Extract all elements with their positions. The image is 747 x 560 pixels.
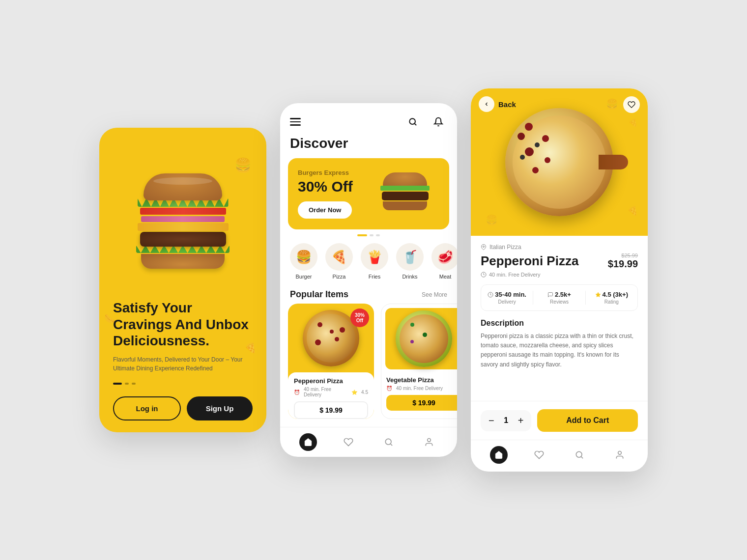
quantity-decrease-button[interactable]: − bbox=[488, 415, 494, 426]
category-fries-label: Fries bbox=[369, 274, 380, 280]
discover-screen: Discover Burgers Express 30% Off Order N… bbox=[280, 103, 457, 457]
pepperoni-4 bbox=[545, 157, 550, 163]
category-burger[interactable]: 🍔 Burger bbox=[290, 243, 317, 280]
screens-container: 🍔 🍕 🌭 Satisfy Your Cravings And Unbox De… bbox=[99, 88, 648, 472]
banner-dot-2 bbox=[370, 234, 374, 236]
veg-topping-3 bbox=[410, 340, 414, 343]
item-card-pepperoni[interactable]: 30% Off Pepperoni Pizza ⏰ 40 min. Free D… bbox=[288, 304, 374, 419]
discount-badge-1: 30% Off bbox=[350, 308, 369, 327]
mini-bun-bottom bbox=[383, 201, 427, 210]
quantity-increase-button[interactable]: + bbox=[518, 415, 524, 426]
stat-delivery-label: Delivery bbox=[498, 299, 516, 305]
nav-favorites-button[interactable] bbox=[340, 433, 357, 451]
pagination-dots bbox=[113, 383, 253, 385]
nav-home-detail[interactable] bbox=[490, 446, 508, 464]
hamburger-line-1 bbox=[290, 118, 301, 119]
signup-button[interactable]: Sign Up bbox=[187, 396, 253, 420]
wishlist-button[interactable] bbox=[623, 96, 640, 113]
large-pizza-image bbox=[505, 108, 613, 216]
category-pizza[interactable]: 🍕 Pizza bbox=[325, 243, 353, 280]
svg-point-0 bbox=[409, 118, 415, 124]
pepperoni-2 bbox=[542, 135, 549, 142]
back-circle-icon bbox=[479, 96, 494, 112]
item-name-vegetable: Vegetable Pizza bbox=[386, 376, 457, 384]
pepperoni-5 bbox=[517, 133, 525, 140]
description-text: Pepperoni pizza is a classic pizza with … bbox=[481, 332, 638, 369]
promo-banner[interactable]: Burgers Express 30% Off Order Now bbox=[288, 158, 449, 229]
svg-marker-6 bbox=[596, 292, 601, 297]
nav-profile-detail[interactable] bbox=[611, 446, 629, 464]
category-fries[interactable]: 🍟 Fries bbox=[361, 243, 388, 280]
banner-dot-1 bbox=[357, 234, 367, 236]
nav-profile-button[interactable] bbox=[420, 433, 438, 451]
onion-layer bbox=[141, 216, 225, 222]
star-icon: ⭐ bbox=[351, 390, 357, 395]
stat-delivery: 35-40 min. Delivery bbox=[481, 291, 533, 305]
topping-3 bbox=[315, 339, 321, 345]
item-image-pepperoni: 30% Off bbox=[288, 304, 374, 372]
review-icon bbox=[547, 292, 553, 298]
star-rating-icon bbox=[595, 292, 601, 298]
quantity-value: 1 bbox=[501, 416, 511, 425]
dot-1 bbox=[113, 383, 122, 385]
banner-discount: 30% Off bbox=[298, 178, 375, 195]
bun-bottom bbox=[141, 254, 225, 269]
mini-bun-top bbox=[383, 172, 427, 187]
bottom-nav-detail bbox=[471, 440, 648, 472]
svg-point-7 bbox=[576, 451, 582, 457]
veg-topping-2 bbox=[423, 333, 427, 337]
back-label: Back bbox=[498, 100, 516, 109]
stat-rating-value: 4.5 (3k+) bbox=[595, 291, 628, 298]
pizza-board bbox=[505, 108, 613, 216]
nav-search-button[interactable] bbox=[380, 433, 398, 451]
clock-icon: ⏰ bbox=[294, 390, 300, 395]
veg-topping-1 bbox=[410, 323, 414, 327]
banner-text: Burgers Express 30% Off Order Now bbox=[298, 169, 375, 219]
olive-1 bbox=[535, 142, 540, 147]
deco-hotdog-icon: 🌭 bbox=[104, 313, 115, 324]
item-card-vegetable[interactable]: Vegetable Pizza ⏰ 40 min. Free Delivery … bbox=[381, 304, 457, 419]
item-price-btn-pepperoni[interactable]: $ 19.99 bbox=[294, 401, 368, 419]
menu-button[interactable] bbox=[290, 118, 301, 126]
nav-search-detail[interactable] bbox=[571, 446, 588, 464]
nav-favorites-detail[interactable] bbox=[530, 446, 548, 464]
hamburger-line-2 bbox=[290, 121, 301, 123]
category-burger-icon: 🍔 bbox=[290, 243, 317, 271]
new-price: $19.99 bbox=[608, 258, 638, 270]
category-pizza-label: Pizza bbox=[333, 274, 346, 280]
nav-home-button[interactable] bbox=[299, 433, 317, 451]
item-price-btn-vegetable[interactable]: $ 19.99 bbox=[386, 395, 457, 411]
add-to-cart-button[interactable]: Add to Cart bbox=[537, 409, 638, 432]
deco-pizza-icon: 🍕 bbox=[244, 342, 257, 354]
category-meat-label: Meat bbox=[439, 274, 451, 280]
category-pizza-icon: 🍕 bbox=[325, 243, 353, 271]
delivery-text: 40 min. Free Delivery bbox=[489, 272, 541, 278]
item-info-pepperoni: Pepperoni Pizza ⏰ 40 min. Free Delivery … bbox=[288, 372, 374, 419]
category-meat-icon: 🥩 bbox=[431, 243, 457, 271]
cheese-layer bbox=[138, 223, 229, 231]
order-now-button[interactable]: Order Now bbox=[298, 201, 352, 219]
add-to-cart-row: − 1 + Add to Cart bbox=[471, 401, 648, 440]
mini-patty bbox=[382, 192, 429, 200]
topping-1 bbox=[317, 322, 322, 327]
deco-pizza-detail: 🍕 bbox=[627, 205, 638, 216]
description-title: Description bbox=[481, 319, 638, 328]
see-more-link[interactable]: See More bbox=[422, 291, 447, 298]
discover-title: Discover bbox=[280, 136, 457, 158]
discover-header bbox=[280, 103, 457, 136]
search-icon-button[interactable] bbox=[404, 113, 422, 131]
notification-icon-button[interactable] bbox=[430, 113, 447, 131]
login-button[interactable]: Log in bbox=[113, 396, 181, 420]
stat-reviews-label: Reviews bbox=[550, 299, 569, 305]
bottom-nav-discover bbox=[280, 427, 457, 457]
detail-item-name: Pepperoni Pizza bbox=[481, 253, 578, 269]
bun-top bbox=[144, 173, 222, 200]
item-meta-pepperoni: ⏰ 40 min. Free Delivery ⭐ 4.5 bbox=[294, 387, 368, 397]
category-burger-label: Burger bbox=[295, 274, 312, 280]
category-drinks[interactable]: 🥤 Drinks bbox=[396, 243, 424, 280]
category-meat[interactable]: 🥩 Meat bbox=[431, 243, 457, 280]
clock-stat-icon bbox=[488, 292, 493, 298]
location-icon bbox=[481, 244, 487, 250]
wooden-handle bbox=[599, 155, 628, 169]
topping-5 bbox=[340, 327, 345, 333]
